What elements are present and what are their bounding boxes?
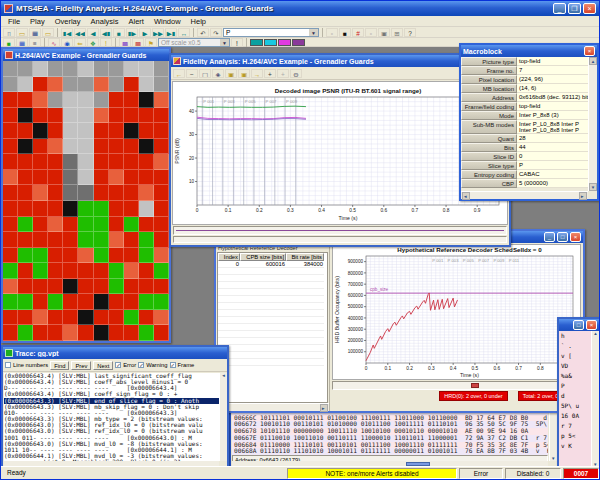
macroblock-cell[interactable] — [154, 294, 169, 310]
macroblock-cell[interactable] — [63, 92, 78, 108]
macroblock-cell[interactable] — [139, 185, 154, 201]
hrd-close-button[interactable]: × — [570, 232, 581, 242]
macroblock-cell[interactable] — [124, 201, 139, 217]
macroblock-cell[interactable] — [139, 92, 154, 108]
macroblock-cell[interactable] — [18, 217, 33, 233]
hrd-chart-container[interactable]: 00.10.20.30.40.50.60.70.80.9100000200000… — [332, 244, 581, 380]
macroblock-cell[interactable] — [3, 61, 18, 77]
macroblock-cell[interactable] — [94, 325, 109, 341]
undo-button[interactable]: ↶ — [197, 28, 209, 37]
info-button[interactable]: ◉ — [61, 38, 73, 47]
macroblock-cell[interactable] — [78, 248, 93, 264]
macroblock-cell[interactable] — [124, 92, 139, 108]
macroblock-cell[interactable] — [124, 185, 139, 201]
checkbox-line-numbers[interactable] — [5, 362, 11, 368]
fidelity-scroll-slider[interactable] — [173, 236, 507, 243]
macroblock-cell[interactable] — [18, 108, 33, 124]
close-button[interactable]: × — [583, 3, 596, 14]
macroblock-cell[interactable] — [48, 325, 63, 341]
macroblock-cell[interactable] — [109, 217, 124, 233]
macroblock-cell[interactable] — [78, 108, 93, 124]
macroblock-cell[interactable] — [94, 263, 109, 279]
macroblock-cell[interactable] — [48, 201, 63, 217]
macroblock-cell[interactable] — [18, 170, 33, 186]
macroblock-cell[interactable] — [78, 139, 93, 155]
macroblock-cell[interactable] — [48, 263, 63, 279]
macroblock-cell[interactable] — [154, 123, 169, 139]
macroblock-cell[interactable] — [124, 139, 139, 155]
hrd-chart[interactable]: 00.10.20.30.40.50.60.70.80.9100000200000… — [333, 245, 580, 379]
macroblock-cell[interactable] — [18, 139, 33, 155]
macroblock-cell[interactable] — [33, 185, 48, 201]
checkbox-error[interactable]: ✓ — [115, 362, 121, 368]
macroblock-cell[interactable] — [18, 248, 33, 264]
macroblock-cell[interactable] — [109, 310, 124, 326]
macroblock-cell[interactable] — [154, 310, 169, 326]
scale-combobox[interactable]: Off scale x0.5▼ — [158, 38, 230, 47]
macroblock-cell[interactable] — [33, 139, 48, 155]
picture-type-combobox[interactable]: P▼ — [223, 28, 319, 37]
menu-file[interactable]: File — [3, 17, 25, 26]
macroblock-cell[interactable] — [124, 217, 139, 233]
macroblock-cell[interactable] — [63, 185, 78, 201]
macroblock-cell[interactable] — [18, 92, 33, 108]
macroblock-cell[interactable] — [63, 294, 78, 310]
macroblock-cell[interactable] — [124, 232, 139, 248]
macroblock-cell[interactable] — [33, 294, 48, 310]
macroblock-cell[interactable] — [94, 154, 109, 170]
strip-vertical-scrollbar[interactable]: ▲▼ — [591, 331, 599, 467]
macroblock-cell[interactable] — [18, 310, 33, 326]
fidelity-range-slider[interactable] — [173, 226, 507, 235]
macroblock-cell[interactable] — [48, 108, 63, 124]
rgb-cube-button[interactable]: ▩ — [132, 38, 144, 47]
macroblock-cell[interactable] — [154, 201, 169, 217]
macroblock-cell[interactable] — [78, 263, 93, 279]
macroblock-cell[interactable] — [3, 139, 18, 155]
macroblock-cell[interactable] — [124, 279, 139, 295]
macroblock-cell[interactable] — [78, 154, 93, 170]
macroblock-cell[interactable] — [124, 123, 139, 139]
yuv-cube-button[interactable]: ▩ — [119, 38, 131, 47]
macroblock-cell[interactable] — [154, 185, 169, 201]
strip-restore-button[interactable]: □ — [573, 320, 584, 330]
macroblock-cell[interactable] — [109, 232, 124, 248]
macroblock-cell[interactable] — [154, 279, 169, 295]
macroblock-cell[interactable] — [63, 248, 78, 264]
macroblock-cell[interactable] — [33, 310, 48, 326]
fast-forward-button[interactable]: ▶▶ — [152, 28, 164, 37]
macroblock-cell[interactable] — [139, 170, 154, 186]
macroblock-cell[interactable] — [109, 77, 124, 93]
macroblock-cell[interactable] — [63, 310, 78, 326]
macroblock-cell[interactable] — [63, 61, 78, 77]
macroblock-cell[interactable] — [78, 279, 93, 295]
hrd-column-header[interactable]: CPB size [bits] — [240, 253, 286, 261]
macroblock-cell[interactable] — [94, 139, 109, 155]
macroblock-horizontal-scrollbar[interactable]: ◄► — [461, 191, 588, 199]
macroblock-cell[interactable] — [33, 154, 48, 170]
macroblock-cell[interactable] — [63, 217, 78, 233]
new-file-button[interactable]: ▯ — [3, 28, 15, 37]
overlay-magenta-chip[interactable] — [278, 39, 291, 46]
macroblock-cell[interactable] — [18, 279, 33, 295]
stop-mark-button[interactable]: ■ — [339, 28, 351, 37]
macroblock-cell[interactable] — [139, 61, 154, 77]
video-window-titlebar[interactable]: H.264/AVC Example - Grenadier Guards — [3, 49, 169, 61]
macroblock-cell[interactable] — [18, 77, 33, 93]
next-frame-button[interactable]: → — [251, 69, 263, 78]
pan-button[interactable]: + — [277, 69, 289, 78]
macroblock-cell[interactable] — [109, 108, 124, 124]
open-file-button[interactable]: ▭ — [16, 28, 28, 37]
macroblock-cell[interactable] — [63, 139, 78, 155]
chart-view-button[interactable]: ∿ — [48, 38, 60, 47]
macroblock-cell[interactable] — [48, 77, 63, 93]
menu-play[interactable]: Play — [25, 17, 50, 26]
minimize-button[interactable]: _ — [553, 3, 566, 14]
step-forward-button[interactable]: ▮▶ — [126, 28, 138, 37]
alert-lightning-button[interactable]: ! — [100, 38, 112, 47]
macroblock-cell[interactable] — [154, 92, 169, 108]
menu-analysis[interactable]: Analysis — [86, 17, 124, 26]
macroblock-cell[interactable] — [18, 294, 33, 310]
macroblock-cell[interactable] — [33, 170, 48, 186]
macroblock-cell[interactable] — [78, 185, 93, 201]
macroblock-cell[interactable] — [139, 123, 154, 139]
